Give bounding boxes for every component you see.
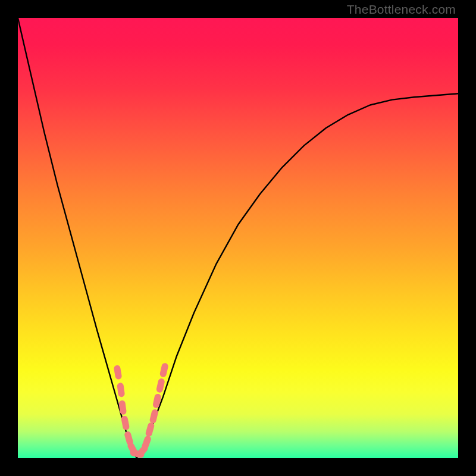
watermark-text: TheBottleneck.com (347, 2, 456, 17)
highlight-marker (145, 422, 155, 437)
highlight-marker (114, 365, 123, 380)
chart-frame (18, 18, 458, 458)
highlight-marker (121, 415, 130, 431)
chart-svg (18, 18, 458, 458)
highlight-marker (118, 400, 127, 415)
highlight-marker (152, 393, 162, 409)
highlight-marker (141, 435, 152, 450)
highlight-marker (159, 362, 169, 378)
highlight-marker (156, 378, 165, 393)
bottleneck-curve (18, 18, 458, 458)
highlight-marker (117, 383, 125, 397)
highlight-marker (149, 409, 158, 424)
highlighted-points-group (114, 362, 169, 459)
